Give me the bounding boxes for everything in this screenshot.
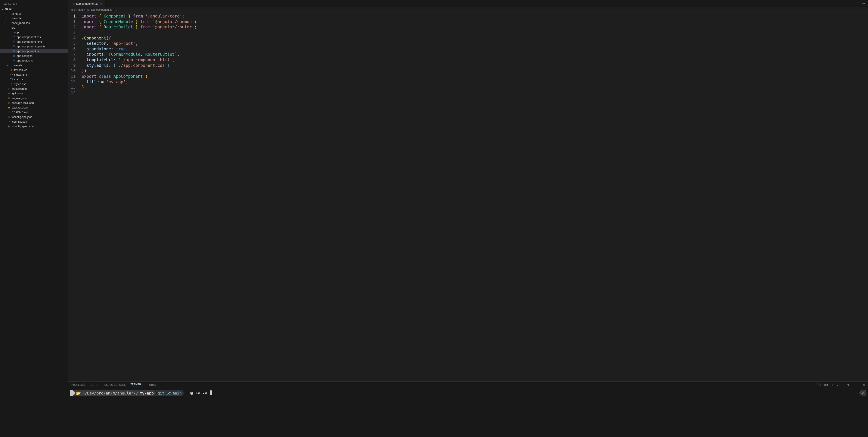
tree-file[interactable]: <>index.html [0,72,68,77]
tree-label: assets [14,64,22,67]
chevron-down-icon[interactable]: ⌄ [3,26,6,29]
tree-file[interactable]: {}tsconfig.app.json [0,114,68,119]
tree-file[interactable]: {}angular.json [0,96,68,100]
chevron-right-icon[interactable]: › [3,16,6,20]
chevron-right-icon: › [114,8,114,11]
panel-tab-problems[interactable]: PROBLEMS [71,383,85,386]
editor-tabbar: TS app.component.ts ✕ ◫ ⋯ [68,0,868,7]
ts-icon: TS [86,8,90,11]
tree-file[interactable]: {}package-lock.json [0,100,68,105]
tree-file[interactable]: TSapp.routes.ts [0,58,68,63]
tree-folder[interactable]: ›.vscode [0,16,68,21]
tree-label: .vscode [11,16,21,20]
tsj-icon: TS [7,120,11,123]
tree-folder[interactable]: ›.angular [0,11,68,16]
chevron-right-icon[interactable]: › [3,12,6,15]
panel-tab-terminal[interactable]: TERMINAL [130,383,143,387]
tree-label: index.html [14,73,27,76]
bottom-panel: PROBLEMSOUTPUTDEBUG CONSOLETERMINALPORTS… [68,381,868,437]
tree-label: angular.json [11,97,27,100]
gray-icon: ◇ [7,87,11,90]
tree-folder[interactable]: ›assets [0,63,68,67]
tree-file[interactable]: ★favicon.ico [0,67,68,72]
chevron-down-icon[interactable]: ⌄ [6,31,9,34]
tree-file[interactable]: ◇.editorconfig [0,86,68,91]
tree-file[interactable]: #app.component.css [0,35,68,39]
split-terminal-icon[interactable]: ◫ [842,383,844,386]
tree-file[interactable]: {}package.json [0,105,68,110]
terminal-cursor [210,391,212,395]
tree-label: .editorconfig [11,87,27,90]
tree-label: favicon.ico [14,68,27,72]
tree-label: .angular [11,12,22,15]
fold-icon [7,21,11,25]
tree-file[interactable]: ◇.gitignore [0,91,68,96]
fold-icon [7,16,11,20]
star-icon: ★ [10,68,13,72]
folder-icon: 📂 [76,391,81,395]
css-icon: # [12,35,16,39]
kill-terminal-icon[interactable]: 🗑 [847,383,850,386]
tree-folder[interactable]: ›node_modules [0,21,68,25]
tree-file[interactable]: TSapp.component.ts [0,49,68,54]
editor-tab[interactable]: TS app.component.ts ✕ [68,0,105,7]
panel-more-icon[interactable]: ⋯ [853,383,856,386]
close-icon[interactable]: ✕ [100,2,102,5]
ts-icon: TS [12,45,16,48]
prompt-path-segment: 📂 ~/Dev/pro/an/m/angular-/my-app [73,390,157,396]
panel-close-icon[interactable]: ✕ [863,383,865,386]
split-editor-icon[interactable]: ◫ [857,2,859,5]
tree-label: app.routes.ts [17,59,33,62]
tree-label: node_modules [11,21,30,25]
tree-file[interactable]: TStsconfig.json [0,119,68,124]
gray-icon: ◇ [7,92,11,95]
json-icon: {} [7,101,11,104]
tree-file[interactable]: TSapp.config.ts [0,54,68,58]
tree-label: app.component.html [17,40,42,43]
tree-file[interactable]: TSmain.ts [0,77,68,81]
tree-file[interactable]: ⓘREADME.md [0,110,68,114]
tree-label: app [14,31,19,34]
shell-name: zsh [824,383,828,386]
ts-icon: TS [12,59,16,62]
terminal-profile-icon[interactable]: >_ [817,383,821,386]
tree-file[interactable]: <>app.component.html [0,39,68,44]
new-terminal-icon[interactable]: ＋ [831,383,834,386]
tree-label: package-lock.json [11,101,34,104]
tree-label: .gitignore [11,92,23,95]
explorer-more-icon[interactable]: ⋯ [62,2,66,5]
breadcrumbs[interactable]: src›app›TSapp.component.ts›… [68,7,868,12]
tree-label: tsconfig.app.json [11,115,32,119]
project-root[interactable]: ⌄ MY-APP [0,7,68,11]
tree-label: app.config.ts [17,54,32,58]
panel-maximize-icon[interactable]: ˄ [858,383,860,386]
chevron-down-icon: ⌄ [1,7,4,10]
tree-label: package.json [11,106,28,109]
tree-file[interactable]: TSapp.component.spec.ts [0,44,68,49]
code-editor[interactable]: 11234567891011121314 import { Component … [68,12,868,381]
panel-tab-output[interactable]: OUTPUT [90,383,100,386]
code-area[interactable]: import { Component } from '@angular/core… [81,13,197,381]
json-icon: {} [7,106,11,109]
panel-tab-debug-console[interactable]: DEBUG CONSOLE [104,383,126,386]
tree-folder[interactable]: ⌄app [0,30,68,35]
breadcrumb-item[interactable]: … [116,8,119,11]
chevron-right-icon[interactable]: › [6,64,9,67]
json-icon: {} [7,115,11,119]
panel-tab-ports[interactable]: PORTS [148,383,156,386]
tree-file[interactable]: #styles.css [0,81,68,86]
tree-file[interactable]: {}tsconfig.spec.json [0,124,68,129]
breadcrumb-item[interactable]: app [79,8,83,11]
tree-label: app.component.css [17,35,41,39]
tree-folder[interactable]: ⌄src [0,25,68,30]
breadcrumb-item[interactable]: app.component.ts [91,8,112,11]
editor-more-icon[interactable]: ⋯ [862,2,865,5]
status-ok-icon: ✔ [859,390,866,396]
css-icon: # [10,82,13,86]
terminal-dropdown-icon[interactable]: ⌄ [837,383,839,386]
branch-icon: ⎇ [166,391,171,395]
tab-label: app.component.ts [76,2,98,5]
chevron-right-icon[interactable]: › [3,21,6,25]
terminal[interactable]: 📂 ~/Dev/pro/an/m/angular-/my-app git ⎇ m… [68,388,868,398]
breadcrumb-item[interactable]: src [71,8,75,11]
